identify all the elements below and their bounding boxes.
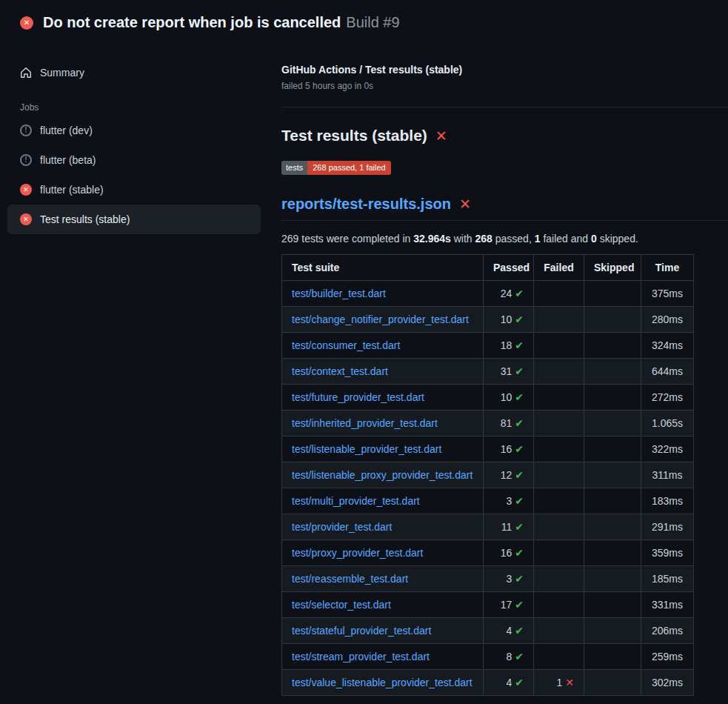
passed-cell: 16 ✔: [484, 436, 534, 462]
sidebar-item-flutter-beta[interactable]: ! flutter (beta): [7, 145, 261, 175]
test-suite-link[interactable]: test/provider_test.dart: [292, 521, 392, 533]
check-icon: ✔: [515, 677, 524, 688]
build-number: Build #9: [346, 14, 399, 31]
jobs-heading: Jobs: [20, 102, 261, 113]
check-icon: ✔: [515, 443, 524, 455]
sidebar-item-flutter-dev[interactable]: ! flutter (dev): [7, 116, 261, 145]
main-content: GitHub Actions / Test results (stable) f…: [281, 41, 728, 696]
test-suite-link[interactable]: test/consumer_test.dart: [292, 339, 400, 351]
time-cell: 324ms: [641, 333, 694, 359]
test-suite-link[interactable]: test/context_test.dart: [292, 365, 388, 377]
table-row: test/listenable_provider_test.dart16 ✔32…: [282, 436, 694, 462]
failed-cell: [534, 307, 584, 333]
column-header: Time: [641, 255, 694, 281]
test-suite-cell: test/builder_test.dart: [282, 281, 484, 307]
skipped-cell: [584, 514, 641, 540]
section-title-text: Test results (stable): [281, 127, 427, 145]
column-header: Failed: [534, 255, 584, 281]
skipped-cell: [584, 462, 641, 488]
table-row: test/provider_test.dart11 ✔291ms: [282, 514, 694, 540]
passed-cell: 24 ✔: [484, 281, 534, 307]
test-suite-link[interactable]: test/value_listenable_provider_test.dart: [292, 677, 472, 688]
check-icon: ✔: [515, 651, 524, 663]
table-header-row: Test suite Passed Failed Skipped Time: [282, 255, 694, 281]
sidebar-item-test-results-stable[interactable]: ✕ Test results (stable): [7, 205, 261, 234]
test-suite-link[interactable]: test/listenable_provider_test.dart: [292, 443, 441, 455]
test-suite-link[interactable]: test/reassemble_test.dart: [292, 573, 408, 585]
failed-cell: [534, 333, 584, 359]
test-suite-cell: test/multi_provider_test.dart: [282, 488, 484, 514]
test-suite-link[interactable]: test/stateful_provider_test.dart: [292, 625, 431, 637]
tests-badge: tests 268 passed, 1 failed: [281, 161, 391, 175]
skipped-cell: [584, 385, 641, 411]
check-icon: ✔: [515, 495, 524, 507]
time-cell: 359ms: [641, 540, 694, 566]
passed-cell: 16 ✔: [484, 540, 534, 566]
sidebar-item-summary[interactable]: Summary: [7, 58, 261, 87]
test-suite-cell: test/future_provider_test.dart: [282, 385, 484, 411]
skipped-cell: [584, 670, 641, 696]
test-suite-cell: test/reassemble_test.dart: [282, 566, 484, 592]
check-icon: ✔: [515, 573, 524, 585]
skipped-cell: [584, 307, 641, 333]
check-icon: ✔: [515, 391, 524, 403]
test-suite-cell: test/stream_provider_test.dart: [282, 644, 484, 670]
skipped-cell: [584, 333, 641, 359]
passed-cell: 81 ✔: [484, 411, 534, 436]
time-cell: 375ms: [641, 281, 694, 307]
time-cell: 302ms: [641, 670, 694, 696]
summary-text: 269 tests were completed in 32.964s with…: [281, 233, 728, 245]
failed-cell: [534, 566, 584, 592]
failed-cell: [534, 436, 584, 462]
check-icon: ✔: [515, 599, 524, 611]
sidebar-item-label: Summary: [40, 65, 84, 80]
test-results-table: Test suite Passed Failed Skipped Time te…: [281, 254, 694, 696]
test-suite-link[interactable]: test/change_notifier_provider_test.dart: [292, 313, 469, 325]
passed-cell: 4 ✔: [484, 670, 534, 696]
failed-x-icon: ✕: [459, 197, 471, 211]
failed-cell: [534, 514, 584, 540]
failed-status-icon: ✕: [20, 184, 32, 196]
skipped-cell: [584, 618, 641, 644]
passed-cell: 8 ✔: [484, 644, 534, 670]
skipped-cell: [584, 644, 641, 670]
test-suite-link[interactable]: test/inherited_provider_test.dart: [292, 417, 438, 429]
test-suite-link[interactable]: test/selector_test.dart: [292, 599, 391, 611]
sidebar-item-label: flutter (stable): [40, 182, 104, 197]
page-title: Do not create report when job is cancell…: [43, 14, 341, 31]
test-suite-link[interactable]: test/future_provider_test.dart: [292, 391, 424, 403]
failed-cell: [534, 592, 584, 618]
passed-cell: 3 ✔: [484, 488, 534, 514]
sidebar-item-flutter-stable[interactable]: ✕ flutter (stable): [7, 175, 261, 205]
test-suite-link[interactable]: test/listenable_proxy_provider_test.dart: [292, 469, 472, 481]
failed-cell: [534, 385, 584, 411]
sidebar-item-label: Test results (stable): [40, 212, 130, 227]
test-suite-link[interactable]: test/proxy_provider_test.dart: [292, 547, 423, 559]
skipped-cell: [584, 359, 641, 385]
failed-status-icon: ✕: [20, 16, 33, 30]
time-cell: 322ms: [641, 436, 694, 462]
divider: [281, 107, 728, 107]
passed-cell: 11 ✔: [484, 514, 534, 540]
failed-cell: [534, 462, 584, 488]
test-suite-link[interactable]: test/multi_provider_test.dart: [292, 495, 420, 507]
failed-cell: [534, 618, 584, 644]
failed-status-icon: ✕: [20, 213, 32, 225]
home-icon: [20, 67, 32, 79]
failed-cell: [534, 488, 584, 514]
check-icon: ✔: [515, 417, 524, 429]
table-row: test/proxy_provider_test.dart16 ✔359ms: [282, 540, 694, 566]
test-suite-cell: test/inherited_provider_test.dart: [282, 411, 484, 436]
time-cell: 644ms: [641, 359, 694, 385]
time-cell: 331ms: [641, 592, 694, 618]
run-header: ✕ Do not create report when job is cance…: [0, 0, 728, 41]
table-row: test/value_listenable_provider_test.dart…: [282, 670, 694, 696]
badge-label: tests: [281, 161, 307, 175]
report-file-link[interactable]: reports/test-results.json: [281, 196, 451, 213]
table-row: test/multi_provider_test.dart3 ✔183ms: [282, 488, 694, 514]
test-suite-link[interactable]: test/builder_test.dart: [292, 288, 386, 299]
test-suite-link[interactable]: test/stream_provider_test.dart: [292, 651, 430, 663]
time-cell: 291ms: [641, 514, 694, 540]
check-icon: ✔: [515, 365, 524, 377]
test-suite-cell: test/selector_test.dart: [282, 592, 484, 618]
